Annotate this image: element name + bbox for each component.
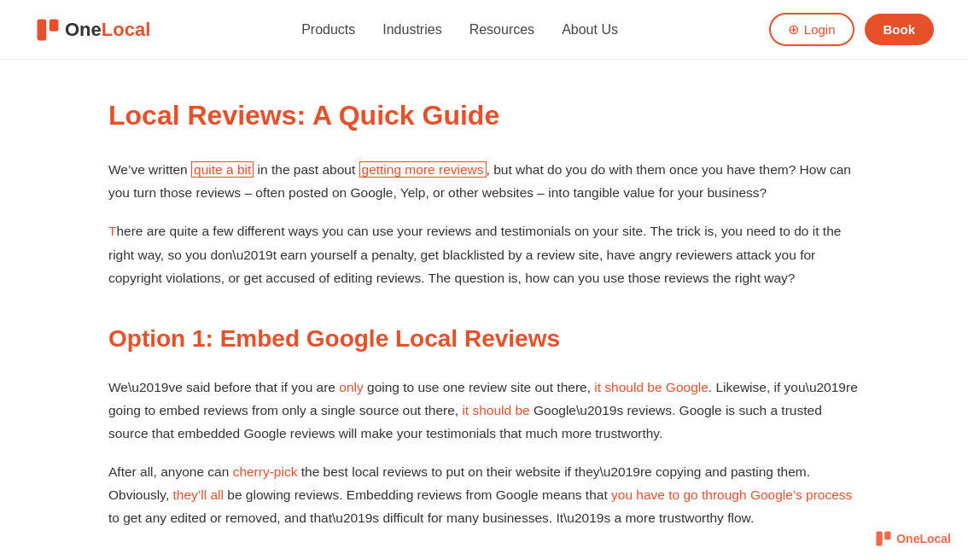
watermark-text: OneLocal bbox=[896, 529, 951, 548]
svg-rect-2 bbox=[877, 531, 883, 545]
only-link[interactable]: only bbox=[339, 380, 363, 394]
section1-title: Option 1: Embed Google Local Reviews bbox=[108, 320, 860, 359]
logo[interactable]: OneLocal bbox=[34, 15, 150, 44]
nav-resources[interactable]: Resources bbox=[469, 22, 534, 37]
book-button[interactable]: Book bbox=[865, 14, 935, 45]
watermark: OneLocal bbox=[874, 529, 951, 548]
svg-rect-3 bbox=[884, 531, 890, 540]
should-be-google-link[interactable]: it should be Google bbox=[594, 380, 709, 394]
cherry-pick-link[interactable]: cherry-pick bbox=[233, 464, 298, 479]
svg-rect-1 bbox=[50, 19, 59, 31]
login-button[interactable]: ⊕ Login bbox=[769, 13, 854, 46]
intro-paragraph-2: There are quite a few different ways you… bbox=[108, 219, 860, 289]
it-should-be-link[interactable]: it should be bbox=[462, 403, 529, 417]
section1-paragraph-1: We\u2019ve said before that if you are o… bbox=[108, 376, 860, 445]
navbar: OneLocal Products Industries Resources A… bbox=[0, 0, 968, 60]
getting-more-reviews-link[interactable]: getting more reviews bbox=[359, 161, 487, 178]
theyll-all-link[interactable]: they’ll all bbox=[173, 487, 224, 502]
quite-a-bit-link[interactable]: quite a bit bbox=[191, 161, 254, 178]
section1-paragraph-2: After all, anyone can cherry-pick the be… bbox=[108, 460, 860, 529]
nav-links: Products Industries Resources About Us bbox=[301, 19, 618, 41]
main-content: Local Reviews: A Quick Guide We’ve writt… bbox=[74, 60, 894, 560]
nav-about[interactable]: About Us bbox=[562, 22, 618, 37]
nav-industries[interactable]: Industries bbox=[382, 22, 441, 37]
login-circle-icon: ⊕ bbox=[788, 21, 799, 38]
watermark-icon bbox=[874, 529, 893, 548]
logo-text: OneLocal bbox=[65, 15, 150, 44]
google-process-link[interactable]: you have to go through Google’s process bbox=[611, 487, 852, 502]
nav-products[interactable]: Products bbox=[301, 22, 355, 37]
intro-paragraph-1: We’ve written quite a bit in the past ab… bbox=[108, 158, 860, 204]
article-title: Local Reviews: A Quick Guide bbox=[108, 94, 860, 137]
svg-rect-0 bbox=[38, 19, 47, 40]
nav-actions: ⊕ Login Book bbox=[769, 13, 934, 46]
